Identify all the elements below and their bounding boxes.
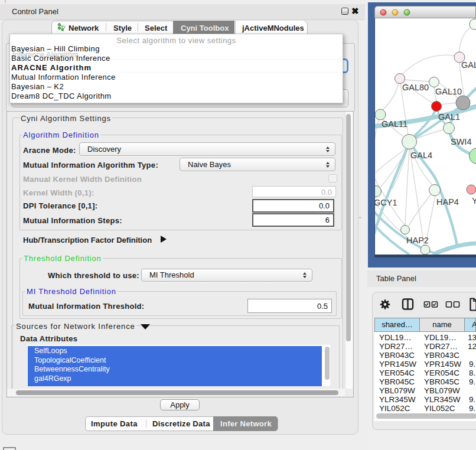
svg-text:Y: Y — [472, 196, 476, 206]
svg-text:GAL4: GAL4 — [410, 151, 432, 160]
svg-text:GAL80: GAL80 — [402, 83, 429, 92]
svg-text:SWI4: SWI4 — [451, 137, 471, 146]
svg-text:GCY1: GCY1 — [375, 198, 397, 207]
svg-text:HAP2: HAP2 — [406, 236, 429, 245]
svg-text:GAL: GAL — [461, 60, 476, 70]
svg-text:HAP4: HAP4 — [436, 197, 459, 207]
svg-text:GAL1: GAL1 — [438, 112, 460, 122]
svg-text:GAL11: GAL11 — [382, 119, 407, 129]
svg-text:GAL10: GAL10 — [435, 87, 462, 96]
